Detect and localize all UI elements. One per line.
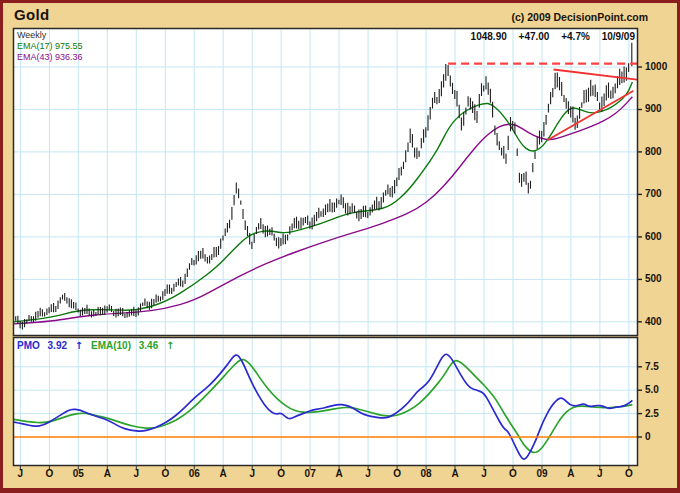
pmo-ema-up-arrow-icon: ↑	[166, 340, 174, 351]
pmo-label: PMO	[17, 340, 40, 351]
time-tick-15-A: A	[443, 468, 467, 479]
page-title: Gold	[14, 6, 49, 23]
copyright-text: (c) 2009 DecisionPoint.com	[511, 11, 648, 23]
time-tick-12-J: J	[356, 468, 380, 479]
time-tick-13-O: O	[385, 468, 409, 479]
pmo-up-arrow-icon: ↑	[75, 340, 83, 351]
chart-window: Gold (c) 2009 DecisionPoint.com Weekly E…	[0, 0, 680, 493]
legend-ema43: EMA(43) 936.36	[17, 52, 83, 62]
quote-change-pct: +4.7%	[561, 31, 590, 42]
time-tick-14-08: 08	[414, 468, 438, 479]
time-tick-0-J: J	[8, 468, 32, 479]
time-tick-16-J: J	[472, 468, 496, 479]
pmo-value: 3.92	[48, 340, 67, 351]
time-tick-8-J: J	[240, 468, 264, 479]
price-tick-900: 900	[645, 103, 662, 114]
price-tick-700: 700	[645, 188, 662, 199]
quote-change: +47.00	[519, 31, 550, 42]
time-tick-9-O: O	[269, 468, 293, 479]
legend-ema17: EMA(17) 975.55	[17, 41, 83, 51]
pmo-tick-5: 5.0	[645, 384, 659, 395]
price-tick-600: 600	[645, 231, 662, 242]
pmo-legend: PMO 3.92 ↑ EMA(10) 3.46 ↑	[17, 340, 179, 351]
time-tick-20-J: J	[588, 468, 612, 479]
pmo-ema-label: EMA(10)	[91, 340, 131, 351]
time-tick-3-A: A	[95, 468, 119, 479]
time-tick-5-O: O	[153, 468, 177, 479]
time-tick-11-A: A	[327, 468, 351, 479]
pmo-tick-2.5: 2.5	[645, 408, 659, 419]
quote-last: 1048.90	[471, 31, 507, 42]
pmo-ema-value: 3.46	[139, 340, 158, 351]
pmo-tick-0: 0	[645, 431, 651, 442]
time-tick-6-06: 06	[182, 468, 206, 479]
time-tick-1-O: O	[37, 468, 61, 479]
price-tick-400: 400	[645, 316, 662, 327]
time-tick-18-09: 09	[530, 468, 554, 479]
time-tick-7-A: A	[211, 468, 235, 479]
time-tick-21-O: O	[617, 468, 641, 479]
quote-line: 1048.90 +47.00 +4.7% 10/9/09	[462, 31, 635, 42]
time-tick-4-J: J	[124, 468, 148, 479]
price-tick-800: 800	[645, 146, 662, 157]
time-tick-2-05: 05	[66, 468, 90, 479]
quote-date: 10/9/09	[602, 31, 635, 42]
price-tick-500: 500	[645, 273, 662, 284]
price-tick-1000: 1000	[645, 61, 667, 72]
time-tick-10-07: 07	[298, 468, 322, 479]
pmo-tick-7.5: 7.5	[645, 361, 659, 372]
time-tick-19-A: A	[559, 468, 583, 479]
chart-canvas	[0, 0, 680, 493]
time-tick-17-O: O	[501, 468, 525, 479]
timeframe-label: Weekly	[17, 30, 46, 40]
